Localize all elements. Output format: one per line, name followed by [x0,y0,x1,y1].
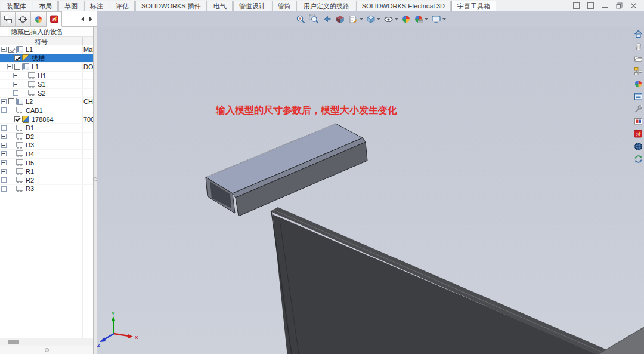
browser-sphere-tab[interactable] [31,11,47,27]
tree-row[interactable]: 178864 700x [0,115,93,124]
pane-left-icon[interactable] [573,2,580,9]
expander-icon[interactable] [13,73,18,78]
expander-icon[interactable] [1,186,7,192]
tree-row[interactable]: D4 [0,150,93,159]
panel-splitter-handle[interactable] [45,348,49,352]
annotation-text: 输入模型的尺寸参数后，模型大小发生变化 [216,104,397,117]
tree-row[interactable]: R2 [0,176,93,185]
recycle-bin-icon[interactable] [633,41,643,51]
expander-icon[interactable] [7,64,13,69]
tree-row[interactable]: D3 [0,141,93,150]
expander-icon[interactable] [1,99,7,104]
ribbon-tab[interactable]: 管道设计 [233,1,271,11]
tree-row[interactable]: L2 CHAS [0,98,93,107]
ribbon-tab-label: 电气 [213,2,227,11]
minimize-button[interactable] [602,2,608,9]
expander-icon[interactable] [1,134,7,139]
ribbon-tab[interactable]: 评估 [110,1,135,11]
web-globe-icon[interactable] [633,141,643,151]
ribbon-tab-bar: 装配体 布局 草图 标注 评估 SOLIDWORKS 插件 电气 [0,0,644,11]
tree-item-label: R2 [26,177,34,184]
crosshair-tab[interactable] [16,11,31,27]
tab-scroll-left-button[interactable] [79,15,86,23]
sw-electrical-tab[interactable] [47,11,62,27]
ribbon-tab-label: 用户定义的线路 [304,2,349,11]
ribbon-tab[interactable]: 宇喜工具箱 [451,1,496,11]
tree-row[interactable]: D1 [0,124,93,133]
restore-button[interactable] [616,2,623,9]
tree-row[interactable]: R1 [0,167,93,176]
tree-row[interactable]: L1 Main [0,45,93,54]
datasheet-icon[interactable] [633,91,643,101]
hide-devices-checkbox[interactable] [2,29,8,35]
tree-row[interactable]: H1 [0,72,93,81]
tree-row[interactable]: D2 [0,133,93,141]
classification-icon[interactable] [633,66,643,76]
expander-icon[interactable] [13,82,18,87]
ribbon-tab[interactable]: 管筒 [272,1,297,11]
expander-icon[interactable] [13,90,18,96]
zoom-to-area-icon[interactable] [308,14,320,25]
assembly-manager-tab[interactable] [0,11,16,27]
expander-icon[interactable] [1,143,7,148]
tools-icon[interactable] [633,104,643,113]
ribbon-tab[interactable]: 草图 [58,1,83,11]
tree-row[interactable]: CAB1 [0,106,93,115]
tree-row[interactable]: 线槽 [0,54,93,63]
tree-item-icon [16,107,23,112]
sw-electrical-icon[interactable] [633,129,643,138]
row-checkbox[interactable] [14,55,20,61]
previous-view-icon[interactable] [321,14,333,25]
row-checkbox[interactable] [14,64,20,70]
refresh-sync-icon[interactable] [633,154,643,164]
pane-right-icon[interactable] [587,2,594,9]
sw-electrical-icon [49,14,59,24]
row-checkbox[interactable] [8,47,14,53]
ribbon-tab[interactable]: 电气 [208,1,233,11]
tree-item-label: D3 [26,141,34,149]
ribbon-tab[interactable]: 用户定义的线路 [298,1,355,11]
tree-row[interactable]: R3 [0,185,93,194]
tree-row[interactable]: L1 DOO [0,63,93,72]
tree-row[interactable]: S1 [0,80,93,89]
view-orientation-icon[interactable] [366,14,381,24]
scrollbar-thumb[interactable] [8,340,19,344]
ribbon-tab[interactable]: 标注 [84,1,109,11]
model-box[interactable] [206,124,367,216]
edit-appearance-icon[interactable] [413,14,429,24]
display-style-icon[interactable] [383,14,399,25]
section-view-icon[interactable] [335,14,346,25]
browser-sphere-icon[interactable] [633,79,643,88]
ribbon-tab[interactable]: SOLIDWORKS 插件 [135,1,207,11]
close-button[interactable] [630,2,637,9]
tab-scroll-right-button[interactable] [87,15,94,23]
home-icon[interactable] [633,29,643,38]
tree-row[interactable]: D5 [0,159,93,168]
splitter-collapse-handle[interactable] [93,177,97,181]
expander-icon[interactable] [1,47,7,52]
ribbon-tab-label: 管道设计 [239,2,265,11]
tree-column-header[interactable]: 符号 [0,36,93,45]
open-folder-icon[interactable] [633,54,643,63]
expander-icon[interactable] [1,177,7,183]
ribbon-tab[interactable]: SOLIDWORKS Electrical 3D [356,1,451,11]
tree-item-icon [16,142,23,147]
annotation-visibility-icon[interactable] [348,14,364,25]
view-settings-icon[interactable] [431,14,447,25]
zoom-to-fit-icon[interactable] [295,14,306,25]
row-checkbox[interactable] [8,98,14,104]
expander-icon[interactable] [1,151,7,156]
expander-icon[interactable] [1,160,7,165]
model-panel[interactable] [270,207,644,354]
expander-icon[interactable] [1,169,7,174]
horizontal-scrollbar[interactable] [0,338,93,346]
ribbon-tab[interactable]: 装配体 [1,1,32,11]
graphics-viewport[interactable]: Y X Z 输入模型的尺寸参数后，模型大小发生变化 [97,27,644,354]
row-checkbox[interactable] [14,116,20,122]
image-mark-icon[interactable] [633,116,643,126]
ribbon-tab[interactable]: 布局 [33,1,58,11]
hide-show-items-icon[interactable] [401,14,411,24]
expander-icon[interactable] [1,107,7,113]
tree-row[interactable]: S2 [0,89,93,98]
expander-icon[interactable] [1,125,7,131]
